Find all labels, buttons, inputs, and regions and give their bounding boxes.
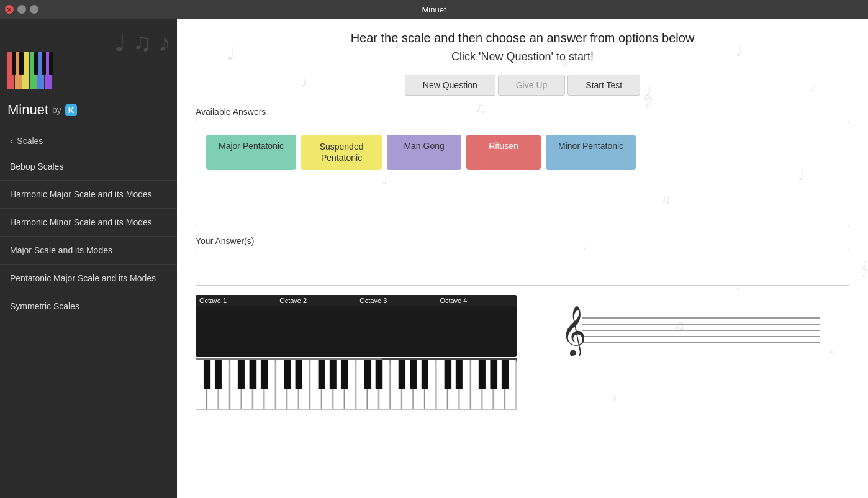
answer-chip-minor-pentatonic[interactable]: Minor Pentatonic [546,135,636,170]
maximize-button[interactable] [30,5,38,14]
app-logo [7,46,57,96]
answer-chip-ritusen[interactable]: Ritusen [466,135,541,170]
answer-chip-major-pentatonic[interactable]: Major Pentatonic [206,135,296,170]
piano-container: Octave 1 Octave 2 Octave 3 Octave 4 [196,295,517,363]
sidebar-header: ♩ ♫ ♪ [0,19,177,124]
give-up-button[interactable]: Give Up [498,75,566,96]
octave-labels: Octave 1 Octave 2 Octave 3 Octave 4 [196,295,517,306]
your-answers-box [196,250,849,286]
sidebar-item-pentatonic[interactable]: Pentatonic Major Scale and its Modes [0,265,177,292]
sidebar-item-major[interactable]: Major Scale and its Modes [0,237,177,265]
sidebar-item-harmonic-major[interactable]: Harmonic Major Scale and its Modes [0,181,177,209]
start-test-button[interactable]: Start Test [567,75,640,96]
answers-box: Major Pentatonic SuspendedPentatonic Man… [196,122,849,227]
sidebar: ♩ ♫ ♪ [0,19,177,498]
svg-rect-11 [49,52,53,75]
toolbar: New Question Give Up Start Test [196,75,849,96]
sidebar-item-symmetric[interactable]: Symmetric Scales [0,292,177,320]
minimize-button[interactable] [17,5,26,14]
sidebar-nav: ‹ Scales Bebop Scales Harmonic Major Sca… [0,124,177,498]
logo-area: Minuet by K [7,46,77,118]
main-inner: Hear the scale and then choose an answer… [177,19,868,498]
svg-rect-7 [12,52,16,75]
back-label: Scales [17,136,43,146]
window-controls: × [5,5,38,14]
bottom-row: Octave 1 Octave 2 Octave 3 Octave 4 [196,294,849,363]
staff-container: 𝄞 [529,294,850,363]
treble-clef-icon: 𝄞 [561,306,586,356]
sidebar-item-bebop[interactable]: Bebop Scales [0,153,177,181]
piano-canvas[interactable] [196,360,517,410]
octave-3-label: Octave 3 [356,297,436,304]
by-label: by [52,105,61,115]
svg-rect-8 [19,52,24,75]
nav-back-button[interactable]: ‹ Scales [0,129,177,153]
octave-2-label: Octave 2 [276,297,356,304]
staff-svg: 𝄞 [529,301,850,356]
music-icons-decoration: ♩ ♫ ♪ [114,28,171,57]
svg-rect-10 [42,52,46,75]
answer-chip-suspended-pentatonic[interactable]: SuspendedPentatonic [301,135,382,170]
svg-rect-9 [34,52,38,75]
piano-svg [196,306,517,357]
main-heading: Hear the scale and then choose an answer… [196,31,849,45]
app-name: Minuet [7,102,48,118]
octave-1-label: Octave 1 [196,297,276,304]
back-arrow-icon: ‹ [10,135,13,147]
available-answers-label: Available Answers [196,107,849,117]
window-title: Minuet [422,5,446,14]
your-answers-label: Your Answer(s) [196,236,849,246]
sidebar-item-harmonic-minor[interactable]: Harmonic Minor Scale and its Modes [0,209,177,237]
main-subheading: Click 'New Question' to start! [196,50,849,63]
piano-keys [196,306,517,357]
app-name-row: Minuet by K [7,102,77,118]
main-content: ♩ ♪ ♩ ♫ ♪ 𝄞 ♩ ♪ ♫ ♩ 𝅘𝅥𝅮 ♩ ♪ ♫ ♩ ♪ ♩ ♫ ♪ … [177,19,868,498]
titlebar: × Minuet [0,0,868,19]
app-container: ♩ ♫ ♪ [0,19,868,498]
kde-badge: K [65,104,77,116]
answer-chip-man-gong[interactable]: Man Gong [387,135,461,170]
octave-4-label: Octave 4 [436,297,516,304]
close-button[interactable]: × [5,5,14,14]
new-question-button[interactable]: New Question [405,75,495,96]
